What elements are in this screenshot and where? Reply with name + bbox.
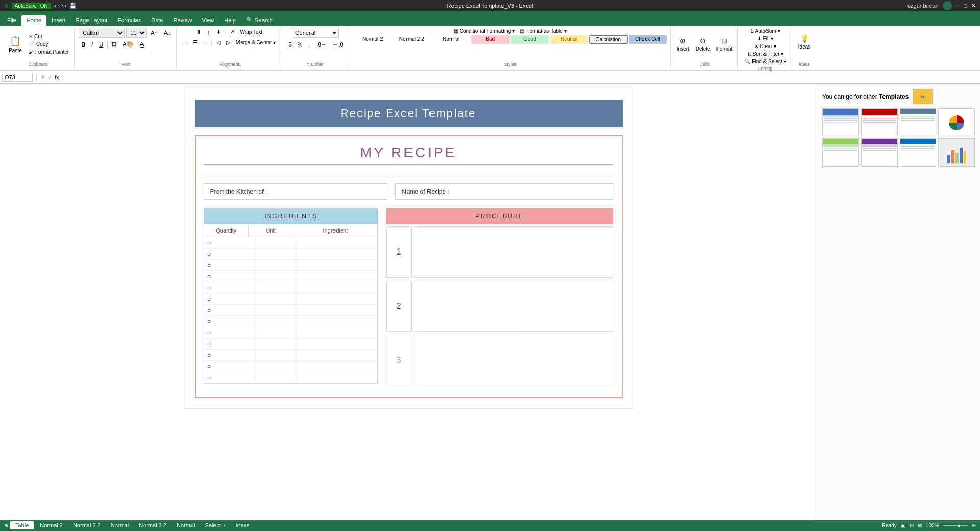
qty-cell-7[interactable] — [214, 305, 255, 315]
qty-cell-3[interactable] — [214, 260, 255, 270]
orientation-button[interactable]: ↗ — [227, 28, 237, 36]
quick-save-icon[interactable]: 💾 — [69, 3, 77, 9]
unit-cell-8[interactable] — [255, 316, 296, 327]
unit-cell-13[interactable] — [255, 372, 296, 383]
style-neutral[interactable]: Neutral — [550, 35, 588, 44]
tab-formulas[interactable]: Formulas — [112, 15, 146, 26]
font-size-select[interactable]: 11 — [126, 28, 147, 38]
radio-2[interactable]: ○ — [204, 250, 214, 258]
paste-button[interactable]: 📋 Paste — [5, 30, 26, 59]
comma-button[interactable]: , — [306, 40, 313, 49]
sheet-tab-normal22[interactable]: Normal 2 2 — [69, 521, 105, 529]
style-normal2[interactable]: Normal 2 — [353, 35, 392, 44]
format-table-dropdown[interactable]: ▾ — [564, 28, 567, 34]
indent-decrease-button[interactable]: ◁ — [213, 38, 223, 47]
number-format-select[interactable]: General ▾ — [293, 28, 339, 38]
align-center-button[interactable]: ☰ — [190, 38, 200, 47]
ingr-cell-5[interactable] — [296, 282, 377, 293]
qty-cell-1[interactable] — [214, 237, 255, 248]
style-calculation[interactable]: Calculation — [589, 35, 628, 44]
unit-cell-6[interactable] — [255, 293, 296, 304]
unit-cell-11[interactable] — [255, 350, 296, 360]
name-field[interactable]: Name of Recipe : — [395, 183, 613, 200]
ingr-cell-2[interactable] — [296, 248, 377, 259]
align-middle-button[interactable]: ↕ — [205, 28, 213, 36]
ingr-cell-10[interactable] — [296, 338, 377, 349]
sort-filter-button[interactable]: ⇅ Sort & Filter ▾ — [745, 51, 786, 57]
tab-view[interactable]: View — [197, 15, 220, 26]
clear-button[interactable]: ✕ Clear ▾ — [752, 43, 778, 50]
page-break-view-icon[interactable]: ⊠ — [918, 523, 922, 528]
page-layout-view-icon[interactable]: ⊟ — [910, 523, 914, 528]
formula-input[interactable] — [67, 73, 978, 82]
sheet-tab-select[interactable]: Select ~ — [201, 521, 229, 529]
tab-help[interactable]: Help — [219, 15, 241, 26]
tab-page-layout[interactable]: Page Layout — [71, 15, 113, 26]
tab-file[interactable]: File — [2, 15, 21, 26]
minimize-btn[interactable]: ─ — [956, 3, 960, 9]
font-increase-button[interactable]: A↑ — [148, 28, 160, 38]
template-thumb-4[interactable] — [938, 108, 975, 136]
sheet-tab-ideas[interactable]: Ideas — [231, 521, 253, 529]
radio-10[interactable]: ○ — [204, 340, 214, 348]
sheet-tab-normal[interactable]: Normal — [107, 521, 133, 529]
unit-cell-5[interactable] — [255, 282, 296, 293]
ingr-cell-7[interactable] — [296, 305, 377, 315]
bold-button[interactable]: B — [79, 40, 88, 49]
radio-9[interactable]: ○ — [204, 329, 214, 336]
radio-13[interactable]: ○ — [204, 374, 214, 381]
style-normal22[interactable]: Normal 2 2 — [393, 35, 431, 44]
add-sheet-icon[interactable]: ⊕ — [4, 523, 8, 528]
close-btn[interactable]: ✕ — [971, 3, 976, 9]
decimal-increase-button[interactable]: .0→ — [314, 40, 329, 49]
radio-5[interactable]: ○ — [204, 284, 214, 291]
template-thumb-2[interactable] — [861, 108, 898, 136]
autosave-toggle[interactable]: ON — [40, 3, 48, 9]
unit-cell-3[interactable] — [255, 260, 296, 270]
ingr-cell-3[interactable] — [296, 260, 377, 270]
qty-cell-2[interactable] — [214, 248, 255, 259]
step-content-3[interactable] — [414, 335, 613, 386]
sort-dropdown[interactable]: ▾ — [781, 51, 783, 57]
unit-cell-4[interactable] — [255, 271, 296, 282]
align-right-button[interactable]: ≡ — [201, 38, 209, 47]
font-color-button[interactable]: A̲ — [137, 40, 147, 49]
unit-cell-2[interactable] — [255, 248, 296, 259]
indent-increase-button[interactable]: ▷ — [224, 38, 233, 47]
percent-button[interactable]: % — [295, 40, 305, 49]
align-left-button[interactable]: ≡ — [181, 38, 189, 47]
decimal-decrease-button[interactable]: ←.0 — [330, 40, 346, 49]
unit-cell-7[interactable] — [255, 305, 296, 315]
tab-search[interactable]: 🔍 Search — [241, 15, 278, 26]
qty-cell-6[interactable] — [214, 293, 255, 304]
step-content-2[interactable] — [414, 281, 613, 332]
cell-reference[interactable] — [2, 73, 33, 82]
unit-cell-12[interactable] — [255, 361, 296, 372]
merge-dropdown-icon[interactable]: ▾ — [273, 40, 276, 45]
delete-cells-button[interactable]: ⊖ Delete — [694, 30, 712, 59]
ingr-cell-9[interactable] — [296, 327, 377, 338]
border-button[interactable]: ⊞ — [109, 40, 119, 49]
fill-button[interactable]: ⬇ Fill ▾ — [755, 35, 776, 42]
wrap-text-button[interactable]: Wrap Text — [238, 28, 265, 36]
zoom-slider[interactable]: ────●── — [943, 523, 968, 528]
autosum-button[interactable]: Σ AutoSum ▾ — [748, 28, 782, 34]
radio-12[interactable]: ○ — [204, 363, 214, 370]
underline-button[interactable]: U — [97, 40, 106, 49]
ingr-cell-13[interactable] — [296, 372, 377, 383]
template-thumb-7[interactable] — [900, 138, 937, 167]
italic-button[interactable]: I — [89, 40, 95, 49]
ingr-cell-8[interactable] — [296, 316, 377, 327]
unit-cell-1[interactable] — [255, 237, 296, 248]
tab-data[interactable]: Data — [146, 15, 168, 26]
qty-cell-13[interactable] — [214, 372, 255, 383]
font-decrease-button[interactable]: A↓ — [161, 28, 173, 38]
template-thumb-6[interactable] — [861, 138, 898, 167]
find-dropdown[interactable]: ▾ — [784, 59, 786, 64]
ingr-cell-11[interactable] — [296, 350, 377, 360]
style-normal[interactable]: Normal — [432, 35, 470, 44]
radio-3[interactable]: ○ — [204, 262, 214, 269]
cond-format-dropdown[interactable]: ▾ — [512, 28, 515, 34]
kitchen-field[interactable]: From the Kitchen of : — [204, 183, 388, 200]
fill-dropdown[interactable]: ▾ — [771, 36, 773, 41]
